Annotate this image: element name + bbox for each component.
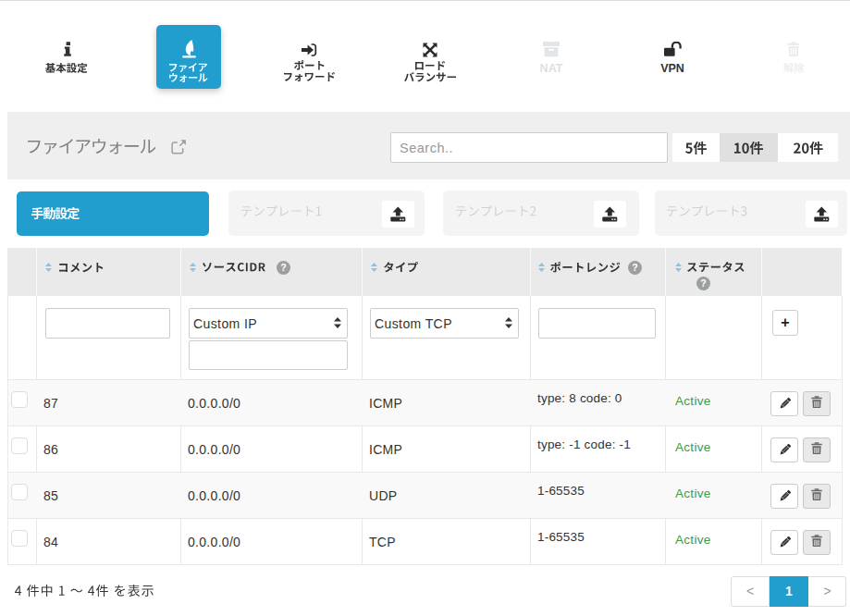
svg-text:?: ?: [700, 277, 706, 289]
svg-text:?: ?: [632, 262, 637, 273]
svg-text:?: ?: [280, 262, 286, 273]
